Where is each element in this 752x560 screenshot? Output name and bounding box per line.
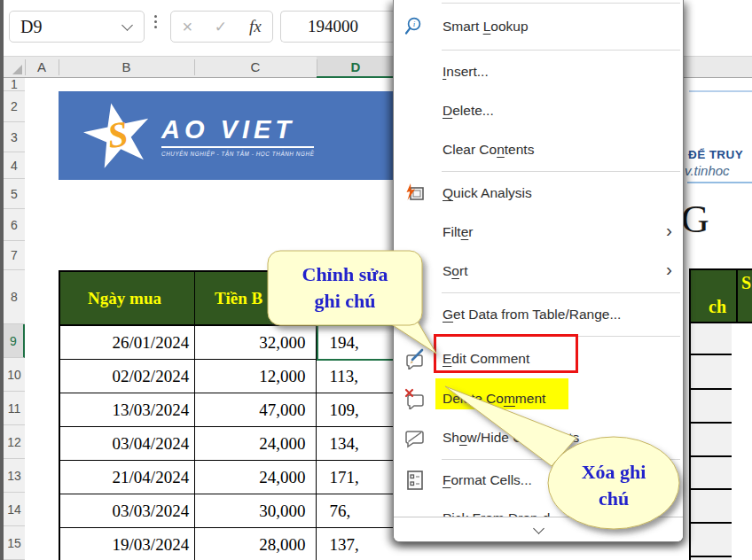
row-header-1[interactable]: 1 [4,78,25,91]
cell-total-partial[interactable]: 171, [317,461,393,494]
delete-comment-icon [404,387,427,410]
menu-item-clear-contents[interactable]: Clear Contents [394,130,683,169]
menu-item-label: Format Cells... [443,472,532,488]
cancel-icon[interactable]: × [182,18,192,35]
row-header-12[interactable]: 12 [4,425,25,459]
show-hide-comments-icon [404,426,427,449]
cell-date[interactable]: 19/03/2024 [60,528,195,560]
quick-analysis-icon [404,182,427,205]
row-header-7[interactable]: 7 [4,241,25,270]
cell-amount[interactable]: 24,000 [195,427,317,461]
cell-total-partial[interactable]: 109, [317,393,393,427]
gridline [689,556,732,557]
menu-item-label: Show/Hide Comments [443,430,579,446]
sheet-border-line [689,90,752,92]
smart-lookup-icon: i [404,15,427,38]
menu-separator [442,459,680,460]
menu-scroll-more[interactable] [394,517,683,541]
column-header-d[interactable]: D [317,57,395,78]
sheet-title-partial: G [681,197,709,242]
table-row: 03/03/202430,00076, [60,494,393,528]
submenu-arrow-icon: › [666,259,672,280]
enter-icon[interactable]: ✓ [215,18,227,36]
chevron-down-icon [533,523,544,534]
row-header-11[interactable]: 11 [4,392,25,425]
cell-date[interactable]: 03/04/2024 [60,427,195,461]
formula-bar-value: 194000 [281,17,358,36]
menu-item-delete[interactable]: Delete... [394,91,683,130]
cell-amount[interactable]: 24,000 [195,461,317,494]
cell-date[interactable]: 03/03/2024 [60,494,195,528]
menu-item-quick-analysis[interactable]: Quick Analysis [394,174,683,213]
menu-item-filter[interactable]: Filter› [394,213,683,252]
menu-item-label: Delete Comment [443,391,545,407]
cell-amount[interactable]: 32,000 [195,326,317,360]
svg-text:i: i [413,19,416,28]
promo-text-line2: v.tinhoc [685,163,730,178]
cell-amount[interactable]: 30,000 [195,494,317,528]
formula-bar[interactable]: 194000 [280,11,396,43]
row-header-9[interactable]: 9 [4,324,25,358]
row-header-10[interactable]: 10 [4,358,25,392]
table-row: 13/03/202447,000109, [60,393,393,427]
header-ngay-mua: Ngày mua [60,272,195,326]
cell-total-partial[interactable]: 76, [317,494,393,528]
promo-text-line1: ĐỂ TRUY [688,148,743,161]
gridline [689,422,732,424]
column-header-b[interactable]: B [59,57,194,77]
gridline [689,388,732,390]
row-header-15[interactable]: 15 [4,526,25,560]
row-header-13[interactable]: 13 [4,459,25,493]
column-header-a[interactable]: A [25,57,59,77]
menu-item-smart-lookup[interactable]: iSmart Lookup [394,5,683,48]
cell-amount[interactable]: 47,000 [195,393,317,427]
cell-date[interactable]: 21/04/2024 [60,461,195,494]
star-logo-icon: S [83,101,153,170]
menu-item-show-hide-comments[interactable]: Show/Hide Comments [394,418,683,457]
header-partial-bottom: ch [709,297,726,317]
cell-total-partial[interactable]: 137, [317,528,393,560]
edit-comment-icon [404,347,427,370]
edit-comment-red-box-annotation [434,334,578,373]
menu-item-get-data-from-table[interactable]: Get Data from Table/Range... [394,295,683,334]
submenu-arrow-icon: › [666,220,672,241]
menu-item-insert[interactable]: Insert... [394,52,683,91]
column-header-c[interactable]: C [194,57,317,77]
menu-separator [442,171,680,172]
menu-item-label: Get Data from Table/Range... [443,307,621,323]
row-header-3[interactable]: 3 [4,122,25,152]
cell-date[interactable]: 13/03/2024 [60,393,195,427]
cell-amount[interactable]: 28,000 [195,528,317,560]
select-all-corner[interactable] [4,57,25,77]
menu-item-label: Insert... [443,64,489,80]
cell-total-partial[interactable]: 134, [317,427,393,461]
cell-total-partial[interactable]: 113, [317,360,393,393]
row-header-4[interactable]: 4 [4,152,25,179]
row-header-6[interactable]: 6 [4,209,25,241]
name-box-dropdown-icon[interactable] [121,19,133,31]
table-row: 03/04/202424,000134, [60,427,393,461]
formula-bar-buttons: × ✓ fx [170,11,273,43]
cell-date[interactable]: 02/02/2024 [60,360,195,393]
menu-item-format-cells[interactable]: Format Cells... [394,462,683,499]
name-box[interactable]: D9 [9,11,145,43]
insert-function-icon[interactable]: fx [249,17,262,36]
gridline [689,522,732,524]
row-header-8[interactable]: 8 [4,270,25,324]
name-box-value: D9 [10,17,123,37]
menu-item-label: Quick Analysis [443,185,532,201]
gridline [689,488,732,490]
table-row: 02/02/202412,000113, [60,360,393,393]
cell-amount[interactable]: 12,000 [195,360,317,393]
context-menu: iSmart LookupInsert...Delete...Clear Con… [393,0,684,542]
cell-date[interactable]: 26/01/2024 [60,326,195,360]
menu-item-sort[interactable]: Sort› [394,252,683,291]
row-header-14[interactable]: 14 [4,493,25,526]
select-all-triangle-icon [12,65,22,74]
selected-cell-border [317,324,395,361]
row-header-column: 123456789101112131415 [4,78,25,560]
gridline [689,455,732,457]
row-header-5[interactable]: 5 [4,179,25,209]
menu-separator [442,292,680,293]
row-header-2[interactable]: 2 [4,91,25,122]
